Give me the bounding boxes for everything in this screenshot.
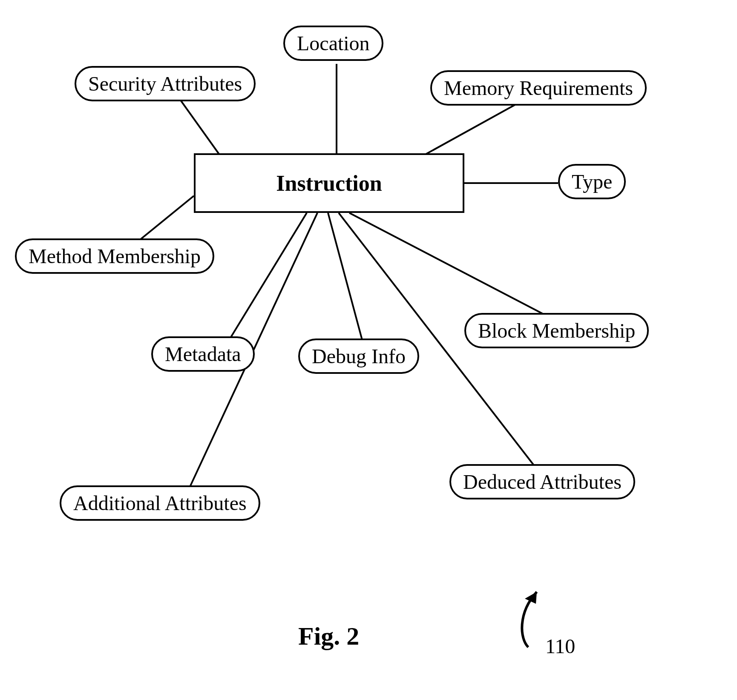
attr-label: Metadata — [165, 342, 241, 366]
attr-location: Location — [283, 26, 383, 61]
svg-line-4 — [136, 196, 194, 243]
attr-label: Method Membership — [29, 244, 201, 268]
svg-line-6 — [328, 213, 362, 340]
attr-label: Additional Attributes — [73, 491, 247, 515]
diagram-stage: Instruction Security Attributes Location… — [0, 0, 737, 700]
attr-label: Debug Info — [312, 344, 406, 368]
attr-debug-info: Debug Info — [298, 339, 419, 374]
instruction-box: Instruction — [194, 153, 464, 213]
attr-label: Memory Requirements — [444, 76, 633, 100]
svg-line-0 — [179, 98, 222, 158]
figure-caption: Fig. 2 — [298, 622, 359, 651]
svg-line-2 — [420, 102, 520, 158]
svg-marker-10 — [525, 592, 537, 604]
svg-line-5 — [230, 213, 307, 339]
attr-label: Type — [572, 170, 612, 193]
instruction-label: Instruction — [276, 171, 382, 196]
attr-additional-attributes: Additional Attributes — [60, 485, 260, 521]
attr-label: Block Membership — [478, 319, 635, 342]
reference-number: 110 — [545, 634, 575, 658]
attr-block-membership: Block Membership — [464, 313, 649, 348]
attr-metadata: Metadata — [151, 336, 255, 372]
attr-label: Location — [297, 32, 370, 55]
attr-label: Security Attributes — [88, 72, 242, 95]
attr-memory-requirements: Memory Requirements — [430, 70, 647, 106]
attr-deduced-attributes: Deduced Attributes — [449, 464, 635, 499]
attr-type: Type — [558, 164, 626, 199]
attr-label: Deduced Attributes — [463, 470, 622, 493]
attr-security-attributes: Security Attributes — [75, 66, 256, 101]
attr-method-membership: Method Membership — [15, 238, 214, 274]
svg-line-7 — [349, 213, 545, 315]
